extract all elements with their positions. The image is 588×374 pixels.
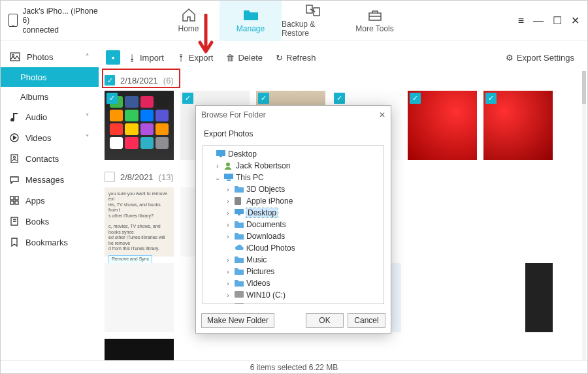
export-settings-button[interactable]: ⚙ Export Settings	[500, 48, 580, 67]
expand-icon[interactable]: ›	[224, 186, 232, 193]
photo-thumbnail[interactable]: ✓	[105, 91, 174, 160]
select-all-checkbox[interactable]: ▪	[106, 50, 120, 65]
sidebar-item-apps[interactable]: Apps	[1, 190, 99, 211]
folder-tree[interactable]: Desktop ›Jack Robertson ⌄This PC ›3D Obj…	[203, 145, 384, 304]
collapse-icon[interactable]: ⌄	[214, 174, 221, 181]
dialog-close-button[interactable]: ✕	[379, 110, 385, 119]
device-status: connected	[23, 25, 104, 35]
audio-icon	[10, 112, 19, 121]
expand-icon[interactable]: ›	[224, 304, 232, 305]
sidebar-contacts-label: Contacts	[25, 154, 59, 164]
svg-rect-14	[220, 156, 222, 157]
photo-thumbnail[interactable]: you sure you want to remove exiies, TV s…	[105, 187, 174, 257]
bookmarks-icon	[10, 238, 19, 247]
photo-thumbnail[interactable]	[408, 187, 477, 257]
expand-icon[interactable]: ›	[224, 280, 232, 287]
svg-rect-17	[227, 179, 231, 181]
sidebar-sub-photos[interactable]: Photos	[1, 67, 99, 87]
folder-icon	[235, 256, 244, 264]
expand-icon[interactable]: ›	[224, 233, 232, 240]
maximize-button[interactable]: ☐	[553, 14, 562, 27]
photo-thumbnail[interactable]	[105, 339, 174, 360]
photo-thumbnail[interactable]	[105, 263, 174, 332]
contacts-icon	[10, 154, 19, 163]
scrollbar[interactable]	[582, 71, 586, 360]
device-name: Jack's iPho... (iPhone 6)	[23, 7, 104, 25]
expand-icon[interactable]: ›	[224, 292, 232, 299]
import-button[interactable]: ⭳ Import	[123, 48, 169, 67]
close-button[interactable]: ✕	[571, 14, 580, 27]
folder-icon	[235, 185, 244, 193]
photo-thumbnail[interactable]: ✓	[483, 91, 553, 160]
group-checkbox-checked[interactable]: ✓	[105, 75, 115, 86]
expand-icon[interactable]: ›	[224, 198, 232, 205]
sidebar-photos-label: Photos	[27, 52, 53, 62]
sidebar-item-messages[interactable]: Messages	[1, 169, 99, 190]
group-checkbox-unchecked[interactable]	[105, 172, 115, 182]
nav-manage[interactable]: Manage	[220, 1, 282, 41]
photo-thumbnail[interactable]	[408, 263, 477, 332]
nav-home[interactable]: Home	[157, 1, 220, 41]
nav-backup[interactable]: Backup & Restore	[282, 1, 344, 41]
expand-icon[interactable]: ›	[224, 221, 232, 228]
check-icon: ✓	[258, 93, 269, 104]
svg-rect-13	[216, 150, 225, 156]
group-count: (6)	[163, 76, 174, 86]
menu-icon[interactable]: ≡	[518, 15, 524, 27]
folder-icon	[235, 232, 244, 240]
folder-icon	[235, 268, 244, 275]
desktop-icon	[235, 209, 244, 217]
svg-rect-3	[10, 53, 20, 61]
svg-point-15	[226, 163, 230, 166]
svg-rect-10	[10, 201, 14, 204]
scrollbar-thumb[interactable]	[582, 71, 586, 104]
pc-icon	[224, 174, 233, 181]
photos-icon	[10, 52, 20, 61]
folder-icon	[235, 221, 244, 228]
sidebar-audio-label: Audio	[25, 112, 47, 122]
sidebar-item-photos[interactable]: Photos ˄	[1, 46, 99, 67]
photo-thumbnail[interactable]	[483, 263, 553, 332]
export-button[interactable]: ⭱ Export	[172, 48, 219, 67]
make-new-folder-button[interactable]: Make New Folder	[201, 313, 274, 328]
sidebar-item-videos[interactable]: Videos ˅	[1, 127, 99, 148]
sidebar-item-audio[interactable]: Audio ˅	[1, 106, 99, 127]
svg-point-4	[12, 55, 14, 57]
cloud-icon	[235, 244, 244, 252]
sidebar-item-books[interactable]: Books	[1, 211, 99, 232]
sidebar-item-contacts[interactable]: Contacts	[1, 148, 99, 169]
photo-thumbnail[interactable]	[483, 187, 553, 257]
phone-icon	[235, 197, 244, 205]
folder-icon	[235, 279, 244, 287]
chevron-up-icon: ˄	[86, 53, 90, 61]
expand-icon[interactable]: ›	[224, 257, 232, 264]
dialog-subtitle: Export Photos	[196, 124, 391, 141]
sidebar-sub-albums[interactable]: Albums	[1, 87, 99, 106]
status-text: 6 items selected 6.22 MB	[250, 363, 338, 372]
expand-icon[interactable]: ›	[224, 210, 232, 217]
photo-thumbnail[interactable]: ✓	[408, 91, 477, 160]
home-icon	[180, 8, 197, 22]
nav-tools[interactable]: More Tools	[344, 1, 406, 41]
minimize-button[interactable]: —	[533, 15, 544, 27]
toolbox-icon	[367, 8, 384, 22]
expand-icon[interactable]: ›	[214, 163, 221, 170]
nav-tools-label: More Tools	[355, 24, 393, 33]
books-icon	[10, 217, 19, 226]
refresh-button[interactable]: ↻ Refresh	[270, 48, 321, 67]
user-icon	[224, 162, 233, 170]
sidebar-videos-label: Videos	[25, 133, 52, 143]
cancel-button[interactable]: Cancel	[348, 313, 385, 328]
chevron-down-icon: ˅	[86, 113, 90, 121]
sidebar-item-bookmarks[interactable]: Bookmarks	[1, 232, 99, 253]
ok-button[interactable]: OK	[306, 313, 344, 328]
photo-group-header[interactable]: ✓ 2/18/2021 (6)	[102, 71, 583, 89]
delete-button[interactable]: 🗑 Delete	[221, 48, 268, 67]
expand-icon[interactable]: ›	[224, 268, 232, 275]
svg-rect-9	[15, 196, 18, 200]
svg-rect-19	[235, 209, 244, 214]
sidebar-apps-label: Apps	[25, 196, 45, 206]
check-icon: ✓	[485, 93, 497, 104]
chevron-down-icon: ˅	[86, 134, 90, 142]
svg-rect-18	[235, 197, 241, 205]
